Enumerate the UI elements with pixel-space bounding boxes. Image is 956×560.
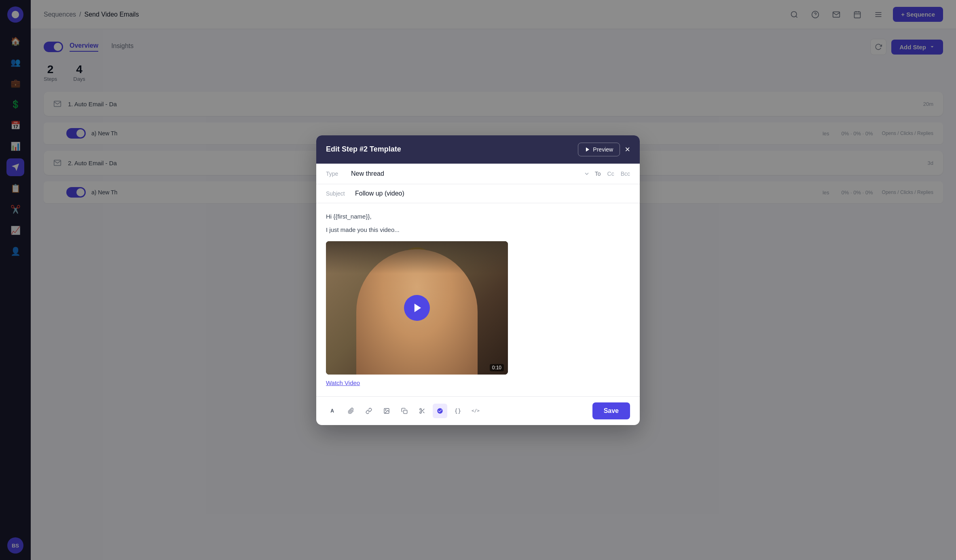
- video-thumbnail[interactable]: 0:10: [326, 241, 508, 375]
- modal-header: Edit Step #2 Template Preview ×: [316, 135, 640, 164]
- edit-step-modal: Edit Step #2 Template Preview × Type New…: [316, 135, 640, 425]
- email-body[interactable]: Hi {{first_name}}, I just made you this …: [316, 203, 640, 396]
- email-greeting: Hi {{first_name}},: [326, 213, 630, 220]
- close-modal-button[interactable]: ×: [625, 145, 630, 154]
- modal-overlay[interactable]: Edit Step #2 Template Preview × Type New…: [0, 0, 956, 560]
- bcc-label[interactable]: Bcc: [621, 171, 630, 177]
- modal-title: Edit Step #2 Template: [326, 145, 401, 154]
- type-right: To Cc Bcc: [595, 171, 630, 177]
- subject-value[interactable]: Follow up (video): [355, 190, 404, 197]
- toolbar-copy[interactable]: [397, 404, 412, 418]
- type-select[interactable]: New thread: [351, 170, 590, 177]
- svg-point-14: [385, 409, 386, 410]
- svg-point-17: [420, 412, 421, 413]
- toolbar-html[interactable]: </>: [468, 404, 483, 418]
- svg-text:A: A: [330, 408, 334, 414]
- preview-button[interactable]: Preview: [578, 143, 620, 156]
- toolbar-personalize[interactable]: [433, 404, 447, 418]
- toolbar-link[interactable]: [362, 404, 376, 418]
- svg-marker-10: [586, 147, 589, 152]
- svg-marker-11: [415, 303, 421, 312]
- type-row: Type New thread To Cc Bcc: [316, 164, 640, 184]
- type-value: New thread: [351, 170, 384, 177]
- svg-point-16: [420, 408, 421, 410]
- to-label[interactable]: To: [595, 171, 601, 177]
- save-button[interactable]: Save: [592, 402, 630, 419]
- video-image: 0:10: [326, 241, 508, 375]
- video-duration: 0:10: [490, 364, 504, 371]
- subject-row: Subject Follow up (video): [316, 184, 640, 203]
- toolbar-scissors[interactable]: [415, 404, 429, 418]
- toolbar-code-block[interactable]: {}: [451, 404, 465, 418]
- toolbar-image[interactable]: [379, 404, 394, 418]
- modal-toolbar: A {} </>: [316, 396, 640, 425]
- toolbar-attachment[interactable]: [344, 404, 358, 418]
- toolbar-format-text[interactable]: A: [326, 404, 341, 418]
- svg-rect-15: [404, 410, 407, 414]
- svg-line-19: [423, 411, 425, 413]
- svg-line-20: [421, 410, 422, 411]
- email-body-text: I just made you this video...: [326, 226, 630, 233]
- watch-video-link[interactable]: Watch Video: [326, 379, 360, 386]
- type-label: Type: [326, 171, 346, 177]
- cc-label[interactable]: Cc: [607, 171, 614, 177]
- modal-header-actions: Preview ×: [578, 143, 630, 156]
- video-play-button[interactable]: [404, 295, 430, 321]
- subject-label: Subject: [326, 190, 350, 197]
